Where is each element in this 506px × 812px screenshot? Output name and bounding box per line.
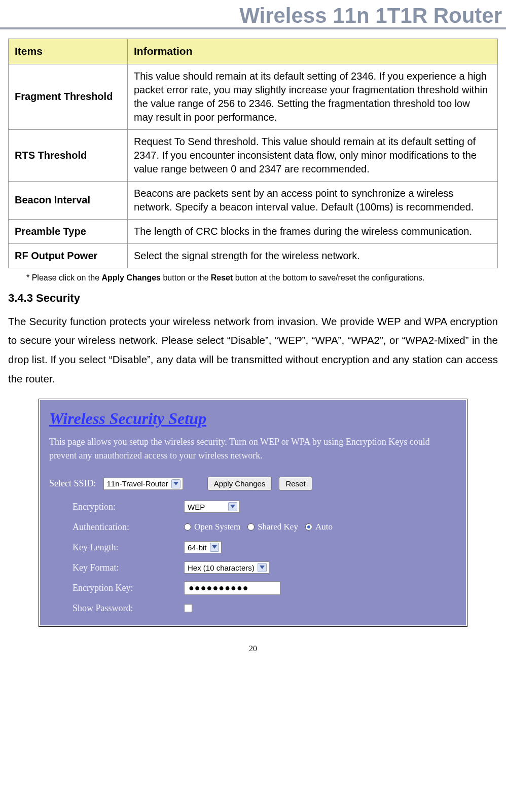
row-item: RTS Threshold: [9, 129, 128, 181]
row-info: The length of CRC blocks in the frames d…: [128, 219, 498, 243]
page-title: Wireless 11n 1T1R Router: [0, 4, 506, 27]
radio-icon: [184, 523, 191, 531]
section-body: The Security function protects your wire…: [8, 312, 498, 389]
row-item: Preamble Type: [9, 219, 128, 243]
row-info: Request To Send threshold. This value sh…: [128, 129, 498, 181]
key-length-value: 64-bit: [188, 543, 207, 552]
table-row: Fragment Threshold This value should rem…: [9, 64, 498, 129]
table-row: RF Output Power Select the signal streng…: [9, 243, 498, 268]
auth-option-label: Auto: [315, 522, 333, 532]
row-info: This value should remain at its default …: [128, 64, 498, 129]
page-number: 20: [0, 644, 506, 653]
auth-radio-auto[interactable]: Auto: [305, 522, 333, 532]
encryption-key-input[interactable]: ●●●●●●●●●●: [184, 581, 280, 595]
encryption-key-label: Encryption Key:: [73, 583, 184, 593]
auth-radio-open[interactable]: Open System: [184, 522, 240, 532]
table-row: Preamble Type The length of CRC blocks i…: [9, 219, 498, 243]
reset-button[interactable]: Reset: [279, 477, 312, 490]
panel-description: This page allows you setup the wireless …: [49, 435, 457, 463]
panel-heading: Wireless Security Setup: [49, 409, 457, 428]
encryption-select-value: WEP: [188, 503, 205, 511]
row-item: Beacon Interval: [9, 181, 128, 219]
col-items: Items: [9, 39, 128, 64]
table-row: Beacon Interval Beacons are packets sent…: [9, 181, 498, 219]
row-item: Fragment Threshold: [9, 64, 128, 129]
radio-icon: [247, 523, 255, 531]
chevron-down-icon: [228, 502, 237, 511]
auth-radio-shared[interactable]: Shared Key: [247, 522, 298, 532]
section-heading: 3.4.3 Security: [8, 292, 498, 305]
key-format-value: Hex (10 characters): [188, 563, 255, 572]
key-format-select[interactable]: Hex (10 characters): [184, 561, 269, 574]
ssid-select[interactable]: 11n-Travel-Router: [103, 478, 183, 490]
chevron-down-icon: [210, 543, 219, 552]
radio-icon: [305, 523, 312, 531]
auth-option-label: Open System: [194, 522, 240, 532]
row-info: Beacons are packets sent by an access po…: [128, 181, 498, 219]
authentication-label: Authentication:: [73, 522, 184, 533]
col-info: Information: [128, 39, 498, 64]
chevron-down-icon: [171, 479, 180, 488]
items-table: Items Information Fragment Threshold Thi…: [8, 39, 498, 268]
encryption-select[interactable]: WEP: [184, 501, 240, 513]
key-format-label: Key Format:: [73, 562, 184, 573]
ssid-label: Select SSID:: [49, 478, 96, 489]
encryption-label: Encryption:: [73, 502, 184, 512]
row-item: RF Output Power: [9, 243, 128, 268]
row-info: Select the signal strength for the wirel…: [128, 243, 498, 268]
table-row: RTS Threshold Request To Send threshold.…: [9, 129, 498, 181]
show-password-label: Show Password:: [73, 603, 184, 614]
security-setup-panel: Wireless Security Setup This page allows…: [39, 399, 467, 627]
auth-option-label: Shared Key: [258, 522, 298, 532]
key-length-select[interactable]: 64-bit: [184, 541, 222, 553]
table-footnote: * Please click on the Apply Changes butt…: [26, 273, 498, 283]
chevron-down-icon: [258, 563, 267, 572]
ssid-select-value: 11n-Travel-Router: [107, 479, 168, 488]
show-password-checkbox[interactable]: [184, 604, 192, 612]
apply-changes-button[interactable]: Apply Changes: [207, 477, 272, 490]
key-length-label: Key Length:: [73, 542, 184, 553]
